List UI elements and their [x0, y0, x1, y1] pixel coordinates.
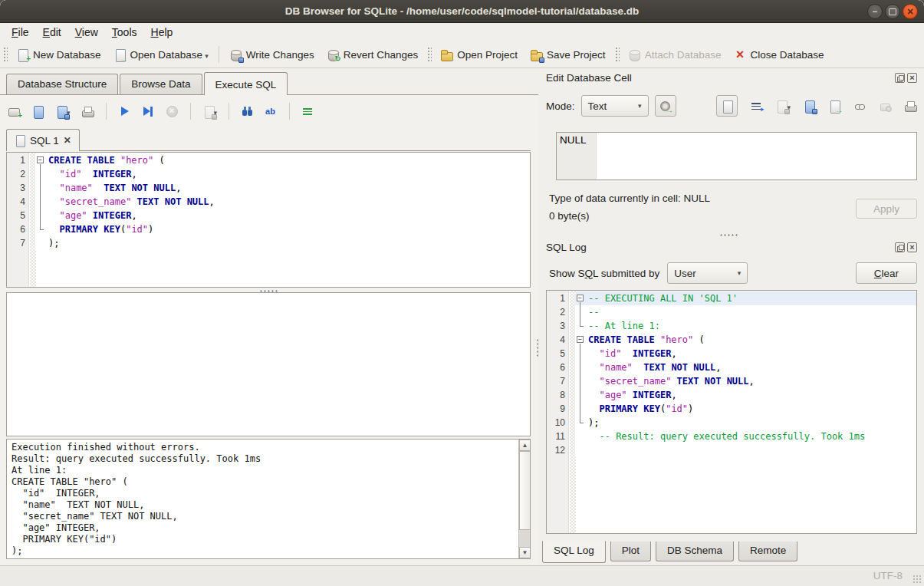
fold-margin-cell [569, 347, 575, 360]
fold-collapse-icon[interactable]: − [577, 336, 584, 343]
menu-help[interactable]: Help [144, 25, 180, 40]
maximize-icon[interactable] [885, 4, 900, 19]
open-database-button[interactable]: → Open Database ▾ [107, 45, 215, 64]
format-icon[interactable] [301, 105, 314, 118]
code-line: 2-- [547, 305, 916, 319]
tab-remote[interactable]: Remote [738, 542, 797, 561]
fold-marker[interactable]: − [575, 333, 587, 347]
save-data-icon[interactable] [803, 100, 816, 113]
fold-margin-cell [569, 416, 575, 430]
word-wrap-icon[interactable] [750, 100, 763, 113]
revert-changes-button[interactable]: ↻ Revert Changes [321, 45, 425, 64]
text-view-button[interactable] [716, 95, 738, 117]
sql-log-view[interactable]: 1−-- EXECUTING ALL IN 'SQL 1'2--3-- At l… [547, 291, 916, 533]
clear-button[interactable]: Clear [856, 262, 917, 284]
new-database-icon: + [16, 48, 29, 61]
fold-marker[interactable]: − [35, 153, 47, 167]
tab-browse-data[interactable]: Browse Data [120, 74, 202, 94]
save-project-icon [530, 48, 543, 61]
execute-sql-page: + ▾ ▾ SQL 1 ✕ [0, 95, 538, 565]
line-number: 10 [547, 416, 569, 430]
open-database-dropdown-icon[interactable]: ▾ [205, 52, 209, 60]
revert-changes-icon: ↻ [327, 48, 340, 61]
save-project-button[interactable]: Save Project [524, 45, 612, 64]
tab-plot[interactable]: Plot [610, 542, 651, 561]
messages-scrollbar[interactable]: ▲ ▼ [518, 440, 530, 558]
open-sql-file-icon[interactable] [31, 105, 44, 118]
code-line[interactable]: 4 "secret_name" TEXT NOT NULL, [7, 195, 530, 209]
line-number: 5 [7, 209, 29, 222]
code-line[interactable]: 1−CREATE TABLE "hero" ( [7, 153, 530, 167]
tab-execute-sql[interactable]: Execute SQL [204, 72, 288, 95]
results-pane[interactable] [6, 292, 531, 436]
apply-mode-button[interactable]: → [655, 95, 676, 117]
execute-all-icon[interactable] [118, 105, 131, 118]
link-icon[interactable] [853, 100, 866, 113]
fold-collapse-icon[interactable]: − [577, 295, 584, 301]
fold-marker [35, 167, 47, 181]
code-line[interactable]: 2 "id" INTEGER, [7, 167, 530, 181]
code-line[interactable]: 7); [7, 236, 530, 250]
fold-marker [575, 416, 587, 430]
message-line: "age" INTEGER, [12, 522, 518, 534]
code-text: "secret_name" TEXT NOT NULL, [47, 195, 530, 209]
scrollbar-thumb[interactable] [519, 451, 530, 530]
menu-file[interactable]: File [5, 25, 36, 40]
fold-collapse-icon[interactable]: − [37, 156, 44, 163]
dock-close-icon[interactable] [907, 73, 917, 83]
code-line[interactable]: 6 PRIMARY KEY("id") [7, 222, 530, 236]
scroll-down-icon[interactable]: ▼ [519, 547, 530, 558]
open-database-icon: → [113, 48, 127, 61]
menu-bar: File Edit View Tools Help [0, 23, 924, 41]
menu-tools[interactable]: Tools [105, 25, 144, 40]
print-icon[interactable] [81, 105, 94, 118]
messages-pane[interactable]: Execution finished without errors.Result… [7, 440, 530, 558]
sql-editor[interactable]: 1−CREATE TABLE "hero" (2 "id" INTEGER,3 … [7, 153, 530, 287]
tab-sql-log[interactable]: SQL Log [542, 541, 606, 563]
apply-mode-icon: → [659, 100, 672, 113]
submitted-by-select[interactable]: User▾ [667, 262, 748, 284]
close-icon[interactable] [903, 4, 918, 19]
line-number: 7 [7, 236, 29, 250]
write-changes-button[interactable]: Write Changes [223, 45, 321, 64]
toolbar-grip[interactable] [614, 46, 620, 63]
replace-icon[interactable] [265, 105, 278, 118]
line-number: 3 [547, 319, 569, 333]
menu-edit[interactable]: Edit [36, 25, 68, 40]
open-project-button[interactable]: → Open Project [434, 45, 524, 64]
toolbar-grip[interactable] [426, 46, 432, 63]
code-line[interactable]: 3 "name" TEXT NOT NULL, [7, 181, 530, 195]
cell-value[interactable]: NULL [560, 134, 587, 146]
minimize-icon[interactable] [867, 4, 883, 19]
sql-tab-close-icon[interactable]: ✕ [64, 135, 71, 146]
new-database-button[interactable]: + New Database [10, 45, 107, 64]
sql-tab[interactable]: SQL 1 ✕ [6, 129, 80, 151]
execute-current-line-icon[interactable] [142, 105, 155, 118]
close-database-button[interactable]: Close Database [727, 45, 830, 64]
tab-database-structure[interactable]: Database Structure [6, 74, 118, 94]
dock-close-icon[interactable] [907, 242, 917, 252]
dock-float-icon[interactable] [895, 73, 905, 83]
fold-margin-cell [569, 333, 575, 347]
new-tab-icon[interactable]: + [8, 105, 21, 118]
cell-print-icon[interactable] [904, 100, 917, 113]
code-line[interactable]: 5 "age" INTEGER, [7, 209, 530, 222]
mode-select[interactable]: Text▾ [581, 95, 649, 117]
export-data-icon[interactable]: → [828, 100, 841, 113]
toolbar-separator [229, 103, 229, 120]
toolbar-grip[interactable] [2, 46, 8, 63]
fold-margin-cell [569, 402, 575, 416]
fold-marker [35, 195, 47, 209]
sql-toolbar: + ▾ ▾ [8, 100, 314, 122]
menu-view[interactable]: View [68, 25, 105, 40]
resize-grip[interactable] [912, 574, 922, 584]
find-icon[interactable] [241, 105, 254, 118]
dock-splitter-handle[interactable] [718, 232, 738, 236]
attach-database-button: Attach Database [622, 45, 728, 64]
save-sql-file-icon[interactable] [55, 105, 68, 118]
title-bar[interactable]: DB Browser for SQLite - /home/user/code/… [0, 0, 924, 23]
tab-db-schema[interactable]: DB Schema [656, 542, 734, 561]
scroll-up-icon[interactable]: ▲ [519, 440, 530, 451]
fold-marker[interactable]: − [575, 291, 587, 305]
dock-float-icon[interactable] [895, 242, 905, 252]
